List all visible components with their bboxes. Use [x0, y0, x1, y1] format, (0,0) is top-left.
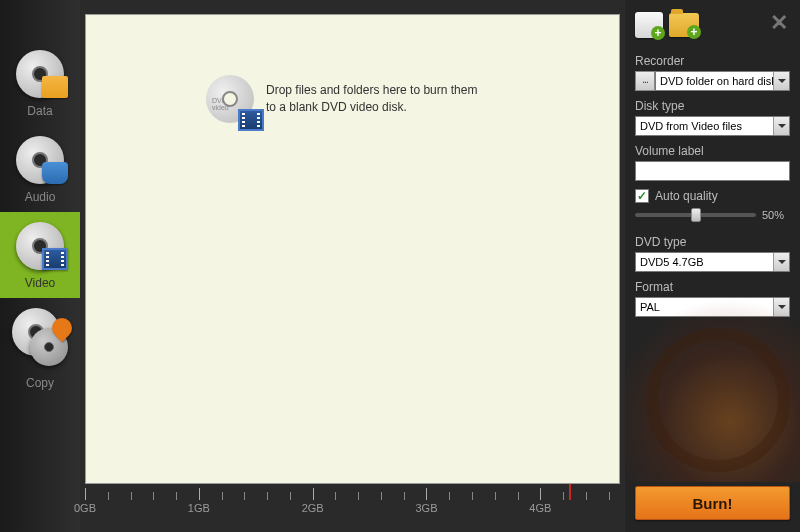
ruler-tick	[176, 492, 177, 500]
sidebar-item-label: Copy	[26, 376, 54, 390]
ruler-tick	[449, 492, 450, 500]
drop-hint-text: Drop files and folders here to burn them…	[266, 82, 477, 116]
ruler-tick	[131, 492, 132, 500]
sidebar-item-label: Data	[27, 104, 52, 118]
field-label: Recorder	[635, 54, 790, 68]
add-folder-button[interactable]	[669, 13, 699, 37]
ruler-tick	[199, 488, 200, 500]
panel-toolbar: ✕	[635, 10, 790, 40]
ruler-tick	[609, 492, 610, 500]
ruler-tick	[85, 488, 86, 500]
chevron-down-icon	[773, 253, 789, 271]
add-file-button[interactable]	[635, 12, 663, 38]
dvd-type-select[interactable]: DVD5 4.7GB	[635, 252, 790, 272]
quality-slider-row: 50%	[635, 209, 790, 221]
capacity-marker	[569, 484, 571, 500]
quality-slider[interactable]	[635, 213, 756, 217]
ruler-label: 1GB	[188, 502, 210, 514]
dvd-type-field: DVD type DVD5 4.7GB	[635, 235, 790, 272]
ruler-tick	[108, 492, 109, 500]
film-strip-icon	[42, 248, 68, 270]
auto-quality-row: ✓ Auto quality	[635, 189, 790, 203]
ruler-tick	[518, 492, 519, 500]
burn-button[interactable]: Burn!	[635, 486, 790, 520]
ruler-tick	[358, 492, 359, 500]
music-note-icon	[42, 162, 68, 184]
ruler-tick	[472, 492, 473, 500]
select-value: PAL	[640, 301, 660, 313]
volume-label-input[interactable]	[635, 161, 790, 181]
slider-thumb[interactable]	[691, 208, 701, 222]
ruler-tick	[244, 492, 245, 500]
ruler-tick	[335, 492, 336, 500]
disk-type-field: Disk type DVD from Video files	[635, 99, 790, 136]
sidebar-item-video[interactable]: Video	[0, 212, 80, 298]
ruler-tick	[586, 492, 587, 500]
ruler-label: 2GB	[302, 502, 324, 514]
drop-hint: DVD video Drop files and folders here to…	[206, 75, 477, 123]
sidebar-item-label: Video	[25, 276, 55, 290]
auto-quality-checkbox[interactable]: ✓	[635, 189, 649, 203]
sidebar-item-copy[interactable]: Copy	[0, 298, 80, 398]
sidebar: Data Audio Video Copy	[0, 0, 80, 532]
sidebar-item-data[interactable]: Data	[0, 40, 80, 126]
ruler-tick	[426, 488, 427, 500]
ruler-tick	[222, 492, 223, 500]
recorder-browse-button[interactable]: ...	[635, 71, 655, 91]
format-select[interactable]: PAL	[635, 297, 790, 317]
select-value: DVD folder on hard disk	[660, 75, 777, 87]
chevron-down-icon	[773, 298, 789, 316]
ruler-tick	[495, 492, 496, 500]
sidebar-item-label: Audio	[25, 190, 56, 204]
chevron-down-icon	[773, 117, 789, 135]
drop-area[interactable]: DVD video Drop files and folders here to…	[85, 14, 620, 484]
field-label: Format	[635, 280, 790, 294]
size-ruler: 0GB1GB2GB3GB4GB	[85, 486, 620, 520]
field-label: Disk type	[635, 99, 790, 113]
ruler-label: 3GB	[415, 502, 437, 514]
select-value: DVD5 4.7GB	[640, 256, 704, 268]
ruler-tick	[290, 492, 291, 500]
checkbox-label: Auto quality	[655, 189, 718, 203]
dvd-video-icon: DVD video	[206, 75, 254, 123]
select-value: DVD from Video files	[640, 120, 742, 132]
volume-label-field: Volume label	[635, 144, 790, 181]
ruler-label: 0GB	[74, 502, 96, 514]
close-icon[interactable]: ✕	[768, 12, 790, 34]
ruler-tick	[404, 492, 405, 500]
sidebar-item-audio[interactable]: Audio	[0, 126, 80, 212]
film-strip-icon	[238, 109, 264, 131]
ruler-labels: 0GB1GB2GB3GB4GB	[85, 500, 620, 516]
ruler-tick	[381, 492, 382, 500]
ruler-tick	[540, 488, 541, 500]
slider-value: 50%	[762, 209, 790, 221]
ruler-tick	[563, 492, 564, 500]
field-label: Volume label	[635, 144, 790, 158]
chevron-down-icon	[773, 72, 789, 90]
ruler-tick	[267, 492, 268, 500]
disk-type-select[interactable]: DVD from Video files	[635, 116, 790, 136]
data-box-icon	[42, 76, 68, 98]
format-field: Format PAL	[635, 280, 790, 317]
settings-panel: ✕ Recorder ... DVD folder on hard disk D…	[625, 0, 800, 532]
field-label: DVD type	[635, 235, 790, 249]
recorder-select[interactable]: DVD folder on hard disk	[655, 71, 790, 91]
ruler-track	[85, 486, 620, 500]
recorder-field: Recorder ... DVD folder on hard disk	[635, 54, 790, 91]
ruler-tick	[313, 488, 314, 500]
ruler-tick	[153, 492, 154, 500]
ruler-label: 4GB	[529, 502, 551, 514]
